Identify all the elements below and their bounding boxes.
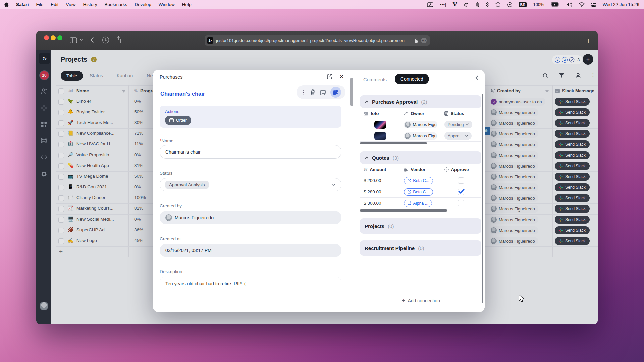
send-slack-button[interactable]: Send Slack [555, 119, 590, 127]
name-column-header[interactable]: Name [76, 88, 89, 93]
send-slack-button[interactable]: Send Slack [555, 216, 590, 224]
progress-column-header[interactable]: Progre [140, 88, 155, 93]
send-slack-button[interactable]: Send Slack [555, 226, 590, 234]
row-checkbox[interactable] [58, 120, 64, 126]
send-slack-button[interactable]: Send Slack [555, 194, 590, 202]
row-checkbox[interactable] [58, 185, 64, 190]
tab-table[interactable]: Table [61, 71, 83, 81]
automations-icon[interactable] [36, 105, 51, 111]
row-checkbox[interactable] [58, 217, 64, 223]
display-arrangement-icon[interactable] [427, 2, 433, 7]
database-icon[interactable] [36, 138, 51, 144]
quotes-hscrollbar[interactable] [360, 209, 447, 212]
volume-icon[interactable] [566, 2, 572, 7]
panel-scrollbar[interactable] [482, 94, 483, 303]
purchase-approval-row[interactable]: Marcos FiguPending [360, 119, 481, 130]
apps-add-icon[interactable] [36, 121, 51, 127]
sidebar-chevron-icon[interactable] [80, 39, 84, 41]
text-expander-icon[interactable]: •••| [440, 2, 446, 7]
send-slack-button[interactable]: Send Slack [555, 183, 590, 191]
send-slack-button[interactable]: Send Slack [555, 98, 590, 106]
screen-record-icon[interactable] [507, 2, 513, 7]
purchase-approval-row[interactable]: Marcos FiguAppro... [360, 130, 481, 141]
name-input[interactable]: Chairman's chair [160, 145, 341, 159]
project-name[interactable]: TV Mega Dome [76, 174, 131, 179]
slack-column-header[interactable]: Slack Message [562, 88, 594, 93]
quote-row[interactable]: $ 300.00Alpha ... [360, 197, 481, 209]
row-checkbox[interactable] [58, 153, 64, 158]
tab-kanban[interactable]: Kanban [110, 73, 140, 78]
quote-row[interactable]: $ 289.00Beta C... [360, 186, 481, 197]
menu-item-file[interactable]: File [33, 2, 47, 7]
project-name[interactable]: New Compliance... [76, 131, 131, 136]
project-name[interactable]: New Health App [76, 163, 131, 168]
search-icon[interactable] [543, 73, 548, 79]
send-slack-button[interactable]: Send Slack [555, 140, 590, 148]
menu-item-history[interactable]: History [79, 2, 101, 7]
close-window-button[interactable] [44, 35, 49, 40]
settings-gear-icon[interactable] [36, 171, 51, 177]
order-action-button[interactable]: Order [165, 116, 191, 125]
project-name[interactable]: New Logo [76, 238, 131, 243]
more-options-icon[interactable]: ⋮ [590, 72, 596, 78]
row-checkbox[interactable] [58, 142, 64, 147]
notifications-badge[interactable]: 10 [39, 70, 49, 80]
project-name[interactable]: New HVAC for H... [76, 141, 131, 146]
add-row-button[interactable]: + [59, 248, 63, 255]
menu-item-help[interactable]: Help [178, 2, 195, 7]
chevron-down-icon[interactable] [332, 183, 336, 186]
open-external-icon[interactable] [327, 74, 333, 80]
invite-user-icon[interactable] [36, 88, 51, 94]
send-slack-button[interactable]: Send Slack [555, 162, 590, 170]
project-name[interactable]: Marketing Cours... [76, 206, 131, 211]
duplicate-record-icon[interactable] [320, 90, 326, 95]
bluetooth-icon[interactable] [486, 2, 489, 7]
recruitment-connection-header[interactable]: Recruitment Pipeline (0) [360, 240, 481, 256]
projects-connection-header[interactable]: Projects (0) [360, 218, 481, 234]
address-bar[interactable]: 1r jestor101.jestor.com/object/projectma… [205, 35, 430, 46]
modal-scrollbar[interactable] [350, 78, 353, 106]
quotes-header[interactable]: Quotes (3) [360, 151, 481, 164]
select-all-checkbox[interactable] [58, 88, 64, 94]
vendor-link-pill[interactable]: Alpha ... [404, 200, 432, 207]
table-view-icon[interactable] [330, 87, 341, 98]
vendor-link-pill[interactable]: Beta C... [404, 188, 433, 196]
quote-row[interactable]: $ 200.00Beta C... [360, 175, 481, 186]
status-dropdown[interactable]: Appro... [444, 132, 472, 140]
project-name[interactable]: Dino er [76, 99, 131, 104]
paperclip-icon[interactable] [476, 2, 479, 7]
status-dropdown[interactable]: Pending [444, 121, 473, 128]
minimize-window-button[interactable] [51, 35, 56, 40]
delete-record-icon[interactable] [310, 89, 315, 95]
send-slack-button[interactable]: Send Slack [555, 151, 590, 159]
status-tag[interactable]: Approval Analysis [165, 181, 209, 189]
user-avatar[interactable] [40, 302, 48, 310]
menu-item-develop[interactable]: Develop [131, 2, 155, 7]
send-slack-button[interactable]: Send Slack [555, 130, 590, 138]
project-name[interactable]: SuperCUP Ad [76, 227, 131, 232]
bee-app-icon[interactable] [464, 2, 470, 7]
project-name[interactable]: New Social Medi... [76, 217, 131, 222]
tab-connected[interactable]: Connected [395, 74, 429, 84]
menu-item-bookmarks[interactable]: Bookmarks [101, 2, 131, 7]
foto-thumbnail[interactable] [374, 132, 386, 140]
approve-checkbox[interactable] [458, 200, 464, 206]
downloads-button[interactable] [102, 36, 109, 44]
tab-comments[interactable]: Comments [363, 77, 387, 82]
project-name[interactable]: Charity Dinner [76, 195, 131, 200]
row-checkbox[interactable] [58, 195, 64, 201]
new-tab-button[interactable]: + [586, 37, 590, 45]
status-select[interactable]: Approval Analysis [160, 178, 341, 191]
menu-item-window[interactable]: Window [155, 2, 178, 7]
code-icon[interactable] [36, 155, 51, 160]
control-center-icon[interactable] [591, 2, 596, 7]
created-by-column-header[interactable]: Created by [497, 88, 521, 93]
project-name[interactable]: R&D Con 2021 [76, 184, 131, 189]
purchase-approval-header[interactable]: Purchase Approval (2) [360, 95, 481, 108]
close-modal-icon[interactable]: ✕ [339, 73, 344, 80]
collaborators-cluster[interactable]: 2 2 3 [552, 55, 582, 64]
sort-caret-icon[interactable] [122, 90, 125, 93]
menu-bar-clock[interactable]: Wed 22 Jun 15:26 [603, 2, 639, 7]
row-checkbox[interactable] [58, 131, 64, 137]
row-checkbox[interactable] [58, 238, 64, 244]
